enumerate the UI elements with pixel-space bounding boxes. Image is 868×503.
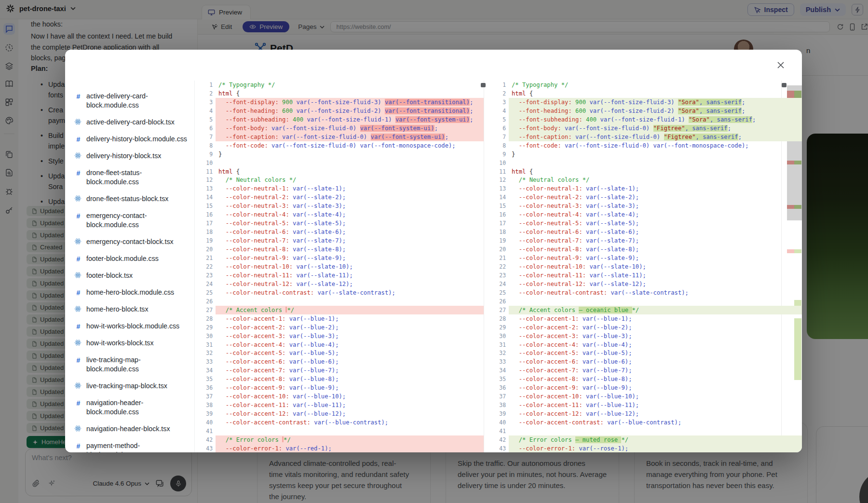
diff-line-number: 18 — [198, 228, 213, 236]
diff-row-new: --color-accent-12: var(--blue-12); — [509, 409, 802, 418]
code-token: var(--font-size-fluid-3) — [589, 99, 674, 106]
code-token: --color-neutral-4: — [512, 211, 583, 218]
code-token — [289, 393, 293, 400]
code-token — [289, 410, 293, 417]
code-token — [285, 358, 289, 365]
code-token: var(--blue-contrast); — [314, 419, 388, 426]
code-token: var(--slate-11); — [589, 272, 646, 279]
diff-line-number: 42 — [491, 435, 506, 444]
code-token: var(--slate-11); — [296, 272, 353, 279]
code-token — [218, 177, 226, 183]
code-token: --color-accent-1: — [512, 315, 579, 322]
code-token: --color-accent-contrast: — [512, 419, 604, 426]
diff-row-new: --color-neutral-2: var(--slate-2); — [509, 193, 802, 202]
diff-row-new: --color-accent-7: var(--blue-7); — [509, 366, 802, 375]
code-token: 900 — [279, 99, 293, 106]
diff-line-number: 5 — [491, 115, 506, 124]
code-token: , sans-serif — [685, 125, 728, 132]
diff-line-number: 38 — [198, 401, 213, 409]
code-token: , sans-serif — [696, 134, 738, 140]
code-token: var(--blue-10); — [586, 393, 639, 400]
diff-line-number: 40 — [198, 418, 213, 427]
code-token: --color-neutral-3: — [218, 203, 289, 209]
diff-row-old: --font-body: var(--font-size-fluid-0) va… — [216, 124, 484, 133]
code-token: var(--font-monospace-code); — [653, 142, 749, 149]
code-token: --color-accent-4: — [512, 341, 579, 348]
code-token: var(--red-1); — [285, 445, 331, 452]
diff-row-new: --color-neutral-11: var(--slate-11); — [509, 271, 802, 280]
code-token — [289, 246, 293, 253]
code-token: --color-neutral-1: — [512, 185, 583, 192]
diff-row-old: --font-heading: 600 var(--font-size-flui… — [216, 107, 484, 115]
diff-line-number: 38 — [491, 401, 506, 409]
diff-row-new: /* Error colors — muted rose */ — [509, 435, 802, 444]
code-token: var(--blue-11); — [586, 402, 639, 408]
diff-row-old: html { — [216, 89, 484, 98]
code-token: html — [218, 168, 236, 175]
diff-line-number: 22 — [491, 262, 506, 271]
code-token: --color-neutral-4: — [218, 211, 289, 218]
code-token: --color-neutral-11: — [512, 272, 586, 279]
code-token: "Sora" — [678, 99, 699, 106]
diff-line-number: 14 — [491, 193, 506, 202]
code-token: var(--slate-9); — [586, 255, 639, 261]
code-token — [650, 142, 653, 149]
code-token: var(--font-size-fluid-1) — [307, 116, 392, 123]
code-token: } — [218, 151, 222, 158]
code-token: var(--font-system-ui) — [371, 134, 445, 140]
diff-line-number: 23 — [198, 271, 213, 280]
code-token: --color-accent-7: — [218, 367, 285, 374]
diff-row-new: --color-accent-2: var(--blue-2); — [509, 323, 802, 332]
diff-row-old: --color-neutral-11: var(--slate-11); — [216, 271, 484, 280]
code-token: var(--font-size-fluid-0) — [282, 134, 367, 140]
code-token — [285, 350, 289, 356]
code-token: ; — [738, 134, 742, 140]
diff-line-number: 39 — [491, 409, 506, 418]
code-token — [289, 194, 293, 201]
diff-line-number: 32 — [491, 349, 506, 357]
diff-row-new: --color-neutral-9: var(--slate-9); — [509, 254, 802, 262]
code-token: --font-display: — [218, 99, 279, 106]
code-token: 600 — [279, 108, 293, 114]
diff-line-number: 39 — [198, 409, 213, 418]
code-token: var(--slate-2); — [293, 194, 346, 201]
code-token: "Figtree" — [653, 125, 685, 132]
diff-row-new: --color-neutral-12: var(--slate-12); — [509, 280, 802, 288]
diff-line-number: 20 — [198, 245, 213, 254]
code-token: var(--slate-1); — [293, 185, 346, 192]
code-token: , sans-serif — [710, 116, 752, 123]
code-token — [285, 376, 289, 382]
code-token: var(--slate-5); — [586, 220, 639, 227]
code-token — [512, 177, 519, 183]
code-token: /* Error colors — [519, 436, 575, 443]
code-token: var(--blue-5); — [583, 350, 632, 356]
diff-row-old: --color-neutral-9: var(--slate-9); — [216, 254, 484, 262]
code-token — [583, 185, 586, 192]
diff-row-new: /* Accent colors — oceanic blue */ — [509, 306, 802, 314]
code-token: var(--font-system-ui) — [360, 125, 434, 132]
code-token: --color-neutral-10: — [218, 263, 293, 270]
diff-line-number: 17 — [198, 219, 213, 228]
diff-line-number: 41 — [491, 427, 506, 435]
code-token: --color-accent-9: — [218, 384, 285, 391]
diff-row-old: --font-caption: var(--font-size-fluid-0)… — [216, 133, 484, 141]
diff-line-number: 29 — [198, 323, 213, 332]
diff-row-old: --color-accent-12: var(--blue-12); — [216, 409, 484, 418]
diff-row-new: --color-accent-10: var(--blue-10); — [509, 392, 802, 401]
code-token: var(--slate-5); — [293, 220, 346, 227]
code-token: --font-body: — [218, 125, 268, 132]
code-token: --font-subheading: — [512, 116, 583, 123]
code-token: var(--slate-7); — [586, 237, 639, 244]
code-token: --color-neutral-7: — [218, 237, 289, 244]
code-token — [660, 134, 664, 140]
diff-row-new: --color-neutral-6: var(--slate-6); — [509, 228, 802, 236]
code-token: var(--slate-7); — [293, 237, 346, 244]
code-token: */ — [287, 307, 294, 313]
diff-row-old: --color-neutral-4: var(--slate-4); — [216, 210, 484, 219]
code-token: , sans-serif — [699, 99, 742, 106]
code-token: var(--blue-10); — [293, 393, 346, 400]
diff-line-number: 25 — [491, 288, 506, 297]
code-token: --font-code: — [218, 142, 268, 149]
code-token: var(--slate-9); — [293, 255, 346, 261]
code-token: var(--blue-2); — [289, 324, 339, 331]
